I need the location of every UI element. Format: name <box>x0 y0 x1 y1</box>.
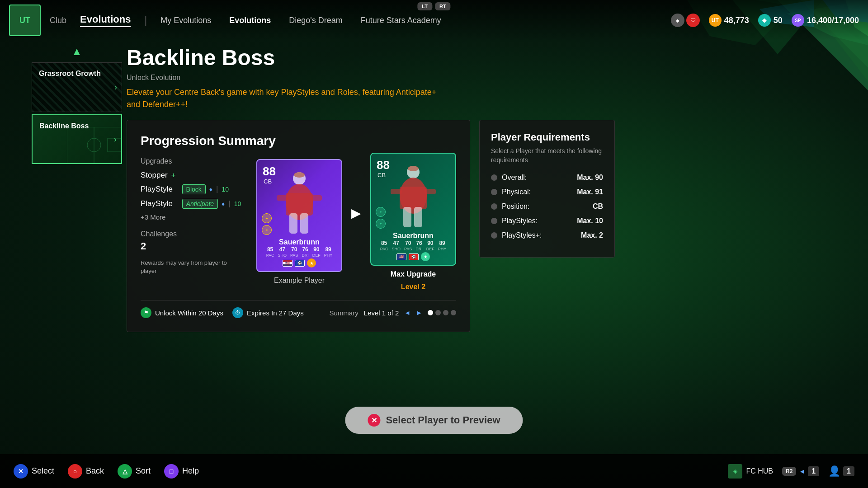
select-label: Select <box>32 466 54 476</box>
max-def: 90 DEF <box>426 240 434 251</box>
level-next-arrow[interactable]: ► <box>416 309 422 316</box>
more-upgrades: +3 More <box>141 213 243 221</box>
upgrade-block: PlayStyle Block ♦ | 10 <box>141 184 243 194</box>
max-upgrade-card: 88 CB <box>370 153 456 266</box>
square-button-icon: □ <box>164 464 179 479</box>
help-button[interactable]: □ Help <box>164 464 199 479</box>
example-special-icons: ✦ ✦ <box>262 213 272 235</box>
req-dot-overall <box>491 174 497 181</box>
nav-club[interactable]: Club <box>50 16 66 25</box>
currency-diamond: ◆ 50 <box>758 14 783 27</box>
stat-dri: 76 DRI <box>302 246 309 258</box>
req-physical-value: Max. 91 <box>577 188 603 196</box>
example-stats-row: 85 PAC 47 SHO 70 PAS <box>266 246 333 258</box>
rb-button[interactable]: RT <box>435 2 451 10</box>
person-count: 1 <box>843 466 854 476</box>
example-player-name: Sauerbrunn <box>279 238 320 246</box>
main-content: Backline Boss Unlock Evolution Elevate y… <box>127 45 832 332</box>
max-upgrade-wrapper: 88 CB <box>370 153 456 291</box>
triangle-button-icon: △ <box>118 464 132 479</box>
upgrades-label: Upgrades <box>141 157 243 165</box>
level-label: Level 1 of 2 <box>364 309 399 317</box>
svg-rect-17 <box>277 195 288 201</box>
example-player-card: 88 CB <box>256 159 342 272</box>
nav-evolutions-tab[interactable]: Evolutions <box>229 16 271 25</box>
r2-badge: R2 ◄ 1 <box>782 466 819 476</box>
upgrade-block-tag: Block <box>182 184 206 194</box>
req-dot-playstyles-plus <box>491 232 497 239</box>
special-badge-2: ✦ <box>262 225 272 235</box>
max-badge-2: ✦ <box>376 219 386 229</box>
nav-diegos-dream[interactable]: Diego's Dream <box>289 16 342 25</box>
svg-rect-24 <box>400 187 427 209</box>
svg-rect-18 <box>311 195 322 201</box>
progression-body: Upgrades Stopper + PlayStyle Block ♦ | 1… <box>141 157 456 291</box>
lb-button[interactable]: LT <box>417 2 432 10</box>
stat-def: 90 DEF <box>312 246 321 258</box>
challenges-num: 2 <box>141 240 243 252</box>
back-button[interactable]: ○ Back <box>68 464 104 479</box>
nav-future-stars[interactable]: Future Stars Academy <box>361 16 441 25</box>
svg-rect-16 <box>286 193 313 216</box>
progression-title: Progression Summary <box>141 134 456 148</box>
req-overall-name: Overall: <box>502 174 572 182</box>
max-sho: 47 SHO <box>392 240 401 251</box>
r2-left-arrow[interactable]: ◄ <box>799 468 805 475</box>
svg-rect-20 <box>300 213 308 234</box>
person-icon: 👤 <box>828 465 840 477</box>
req-dot-physical <box>491 189 497 195</box>
unlock-time-label: Unlock Within 20 Days <box>155 309 223 317</box>
example-silhouette <box>270 169 329 237</box>
upgrade-ps-label-2: PlayStyle <box>141 199 173 208</box>
req-position-name: Position: <box>502 202 588 211</box>
max-badge-1: ✦ <box>376 207 386 217</box>
req-dot-playstyles <box>491 218 497 224</box>
level-prev-arrow[interactable]: ◄ <box>404 309 410 316</box>
max-special-icons: ✦ ✦ <box>376 207 386 229</box>
unlock-label: Unlock Evolution <box>127 74 832 82</box>
max-flag-usa: 🇺🇸 <box>396 253 406 260</box>
expires-label: Expires In 27 Days <box>247 309 304 317</box>
clock-icon: ⏱ <box>232 307 243 318</box>
req-playstyles-name: PlayStyles: <box>502 217 572 225</box>
arrow-between: ▶ <box>351 206 361 221</box>
upgrade-anticipate-num: 10 <box>234 200 241 207</box>
example-flags: 🇺🇸 ⚽ ★ <box>283 258 316 267</box>
sp-icon: SP <box>792 14 804 27</box>
stat-phy: 89 PHY <box>324 246 333 258</box>
summary-label: Summary <box>330 309 359 317</box>
nav-my-evolutions[interactable]: My Evolutions <box>160 16 211 25</box>
upgrade-block-num: 10 <box>222 186 229 193</box>
req-physical-name: Physical: <box>502 188 572 196</box>
bottom-bar: ✕ Select ○ Back △ Sort □ Help ◈ FC HUB R… <box>0 454 868 488</box>
upgrade-anticipate-diamond: ♦ <box>222 200 225 207</box>
person-badge: 👤 1 <box>828 465 854 477</box>
req-playstyles: PlayStyles: Max. 10 <box>491 217 603 225</box>
example-player-label: Example Player <box>274 277 325 285</box>
sidebar-item-grassroot[interactable]: Grassroot Growth › <box>32 62 122 112</box>
flag-icon: ⚑ <box>141 307 151 318</box>
fc-hub[interactable]: ◈ FC HUB <box>728 464 773 479</box>
nav-evolutions[interactable]: Evolutions <box>80 14 131 27</box>
example-player-wrapper: 88 CB <box>256 159 342 285</box>
field-bg <box>67 127 121 163</box>
sidebar-arrow-up[interactable]: ▲ <box>32 45 122 58</box>
req-playstyles-plus: PlayStyles+: Max. 2 <box>491 231 603 239</box>
r2-button: R2 <box>782 467 796 476</box>
back-label: Back <box>86 466 104 476</box>
svg-rect-27 <box>403 207 411 227</box>
sidebar-item-backline[interactable]: Backline Boss › <box>32 114 122 164</box>
upgrade-stopper: Stopper + <box>141 171 243 180</box>
expires-time: ⏱ Expires In 27 Days <box>232 307 304 318</box>
select-button[interactable]: ✕ Select <box>14 464 54 479</box>
svg-rect-19 <box>289 213 297 234</box>
special-badge-1: ✦ <box>262 213 272 223</box>
max-dri: 76 DRI <box>415 240 423 251</box>
sort-button[interactable]: △ Sort <box>118 464 151 479</box>
rewards-note: Rewards may vary from player to player <box>141 259 243 275</box>
max-phy: 89 PHY <box>438 240 447 251</box>
dot-1 <box>428 310 433 315</box>
ut-icon: UT <box>709 14 722 27</box>
req-overall: Overall: Max. 90 <box>491 174 603 182</box>
select-preview-button[interactable]: ✕ Select Player to Preview <box>345 407 523 434</box>
